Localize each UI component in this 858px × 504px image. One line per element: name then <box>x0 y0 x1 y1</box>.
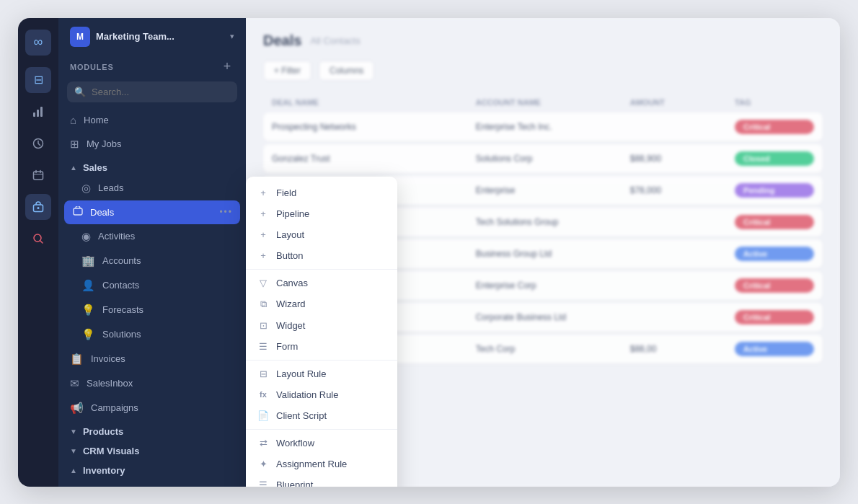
sidebar-item-solutions[interactable]: 💡 Solutions <box>58 322 246 347</box>
menu-item-pipeline[interactable]: + Pipeline <box>246 203 397 224</box>
inventory-section-header[interactable]: ▲ Inventory <box>58 459 246 479</box>
sidebar-item-leads[interactable]: ◎ Leads <box>58 176 246 200</box>
svg-point-6 <box>37 207 40 209</box>
sidebar-item-myjobs[interactable]: ⊞ My Jobs <box>58 132 246 156</box>
status-badge: Critical <box>735 278 814 293</box>
chevron-up-icon-inv: ▲ <box>70 467 77 474</box>
menu-item-blueprint[interactable]: ☰ Blueprint <box>246 474 397 487</box>
nav-calendar-icon[interactable] <box>25 162 51 188</box>
sidebar-item-salesinbox[interactable]: ✉ SalesInbox <box>58 371 246 396</box>
menu-item-assignment-rule-label: Assignment Rule <box>276 459 347 469</box>
salesinbox-icon: ✉ <box>70 377 79 390</box>
sidebar-item-contacts[interactable]: 👤 Contacts <box>58 273 246 298</box>
chevron-down-icon-crm: ▼ <box>70 447 77 455</box>
sidebar-item-accounts[interactable]: 🏢 Accounts <box>58 249 246 273</box>
contacts-icon: 👤 <box>81 279 95 292</box>
search-input[interactable] <box>92 87 230 97</box>
status-badge: Active <box>735 342 814 356</box>
account-name: Enterprise Tech Inc. <box>476 122 624 132</box>
menu-item-blueprint-label: Blueprint <box>276 479 313 487</box>
products-section-header[interactable]: ▼ Products <box>58 420 246 440</box>
workspace-selector[interactable]: M Marketing Team... ▾ <box>58 18 246 53</box>
modules-header: Modules + <box>58 53 246 79</box>
menu-item-client-script[interactable]: 📄 Client Script <box>246 405 397 426</box>
menu-item-validation-rule[interactable]: fx Validation Rule <box>246 384 397 405</box>
sidebar-item-forecasts[interactable]: 💡 Forecasts <box>58 298 246 322</box>
svg-rect-8 <box>74 208 82 215</box>
sidebar-item-contacts-label: Contacts <box>102 280 139 291</box>
nav-search-icon[interactable] <box>25 226 51 252</box>
plus-icon: + <box>257 187 269 198</box>
add-module-button[interactable]: + <box>220 60 234 74</box>
main-header: Deals All Contacts <box>263 32 823 49</box>
col-deal-name: Deal Name <box>272 98 470 107</box>
sidebar-item-invoices[interactable]: 📋 Invoices <box>58 347 246 371</box>
table-row[interactable]: Prospecting Networks Enterprise Tech Inc… <box>263 112 823 141</box>
blueprint-icon: ☰ <box>257 479 269 487</box>
col-amount: Amount <box>630 98 729 107</box>
icon-bar: ∞ ⊟ <box>18 18 58 487</box>
wizard-icon: ⧉ <box>257 299 269 310</box>
columns-button[interactable]: Columns <box>319 61 374 81</box>
status-badge: Pending <box>735 183 814 198</box>
menu-item-field-label: Field <box>276 187 296 198</box>
sidebar-item-forecasts-label: Forecasts <box>102 304 143 315</box>
nav-chart-icon[interactable] <box>25 99 51 125</box>
main-toolbar: + Filter Columns <box>263 61 823 81</box>
deals-more-button[interactable]: ••• <box>219 207 231 217</box>
sidebar-item-accounts-label: Accounts <box>102 255 141 266</box>
workspace-chevron-icon: ▾ <box>230 32 234 41</box>
svg-rect-0 <box>33 112 35 117</box>
menu-item-canvas-label: Canvas <box>276 278 308 288</box>
col-tag: Tag <box>735 98 814 107</box>
sales-section-label: Sales <box>83 162 107 173</box>
sidebar-item-deals[interactable]: Deals ••• <box>64 200 240 224</box>
app-logo[interactable]: ∞ <box>25 30 51 56</box>
menu-item-client-script-label: Client Script <box>276 410 327 421</box>
crmvisuals-section-header[interactable]: ▼ CRM Visuals <box>58 440 246 459</box>
menu-item-wizard[interactable]: ⧉ Wizard <box>246 293 397 315</box>
svg-rect-2 <box>40 107 43 117</box>
menu-item-button[interactable]: + Button <box>246 245 397 266</box>
sidebar-item-campaigns[interactable]: 📢 Campaigns <box>58 396 246 420</box>
app-window: ∞ ⊟ <box>18 18 840 487</box>
crmvisuals-section-label: CRM Visuals <box>83 446 140 456</box>
deal-name: Prospecting Networks <box>272 122 470 132</box>
context-menu: + Field + Pipeline + Layout + Button ▽ C… <box>246 177 397 487</box>
menu-item-layout-rule[interactable]: ⊟ Layout Rule <box>246 363 397 384</box>
account-name: Corporate Business Ltd <box>476 312 624 322</box>
assignment-rule-icon: ✦ <box>257 459 269 469</box>
sidebar-item-home[interactable]: ⌂ Home <box>58 108 246 132</box>
menu-item-workflow[interactable]: ⇄ Workflow <box>246 433 397 454</box>
sidebar-item-campaigns-label: Campaigns <box>91 402 138 413</box>
client-script-icon: 📄 <box>257 410 269 421</box>
canvas-icon: ▽ <box>257 278 269 288</box>
menu-item-canvas[interactable]: ▽ Canvas <box>246 273 397 293</box>
sidebar-item-activities[interactable]: ◉ Activities <box>58 224 246 249</box>
invoices-icon: 📋 <box>70 353 84 366</box>
page-subtitle: All Contacts <box>310 35 360 46</box>
sales-section-header[interactable]: ▲ Sales <box>58 156 246 176</box>
plus-icon: + <box>257 208 269 219</box>
status-badge: Critical <box>735 120 814 134</box>
account-name: Enterprise <box>476 185 624 195</box>
chevron-down-icon: ▼ <box>70 428 77 436</box>
filter-button[interactable]: + Filter <box>263 61 311 81</box>
menu-item-widget[interactable]: ⊡ Widget <box>246 315 397 336</box>
solutions-icon: 💡 <box>81 328 95 341</box>
menu-item-assignment-rule[interactable]: ✦ Assignment Rule <box>246 454 397 474</box>
nav-bag-icon[interactable] <box>25 194 51 220</box>
table-row[interactable]: Gonzalez Trust Solutions Corp $88,900 Cl… <box>263 144 823 173</box>
nav-home-icon[interactable]: ⊟ <box>25 67 51 93</box>
menu-item-layout[interactable]: + Layout <box>246 224 397 245</box>
menu-item-field[interactable]: + Field <box>246 182 397 203</box>
account-name: Tech Solutions Group <box>476 217 624 227</box>
sidebar-search[interactable]: 🔍 <box>67 81 237 102</box>
table-header: Deal Name Account Name Amount Tag <box>263 92 823 112</box>
search-icon: 🔍 <box>74 87 86 97</box>
sidebar-item-home-label: Home <box>84 115 109 125</box>
nav-clock-icon[interactable] <box>25 131 51 156</box>
account-name: Tech Corp <box>476 344 624 354</box>
menu-item-form[interactable]: ☰ Form <box>246 336 397 357</box>
activities-icon: ◉ <box>81 230 91 243</box>
